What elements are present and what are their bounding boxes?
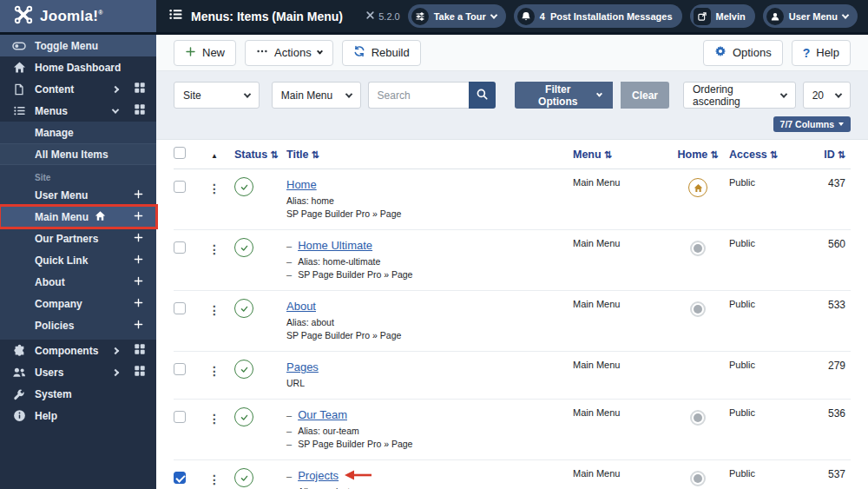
user-account-button[interactable]: Melvin (690, 4, 755, 28)
item-access-cell: Public (729, 177, 806, 188)
drag-handle-icon[interactable]: ⋮ (208, 303, 220, 317)
table-row: ⋮ About Alias: aboutSP Page Builder Pro … (174, 291, 851, 352)
sidebar-all-menu-items[interactable]: All Menu Items (0, 143, 156, 165)
brand-name: Joomla! (40, 8, 103, 25)
drag-handle-icon[interactable]: ⋮ (208, 242, 220, 256)
sidebar-menu-main-menu[interactable]: Main Menu (0, 206, 156, 228)
post-installation-messages-button[interactable]: 4 Post Installation Messages (514, 4, 682, 28)
item-title-link[interactable]: Our Team (298, 407, 347, 423)
drag-handle-icon[interactable]: ⋮ (208, 182, 220, 195)
id-column-header[interactable]: ID (806, 149, 851, 161)
chevron-down-icon (596, 91, 602, 97)
sidebar-menu-user-menu[interactable]: User Menu (0, 184, 156, 206)
status-published-icon[interactable] (234, 177, 253, 196)
limit-select[interactable]: 20 (803, 82, 851, 109)
home-unset-icon[interactable] (690, 471, 706, 486)
status-published-icon[interactable] (234, 468, 253, 487)
user-icon (766, 8, 784, 25)
joomla-logo[interactable]: Joomla! (0, 0, 156, 32)
row-checkbox[interactable] (174, 181, 186, 193)
options-button[interactable]: Options (703, 40, 783, 66)
sidebar-content[interactable]: Content (0, 78, 156, 100)
new-button[interactable]: New (174, 40, 236, 66)
sidebar-users[interactable]: Users (0, 361, 156, 383)
item-subline: SP Page Builder Pro » Page (286, 329, 573, 342)
filter-options-button[interactable]: Filter Options (515, 82, 613, 109)
sidebar-menu-our-partners[interactable]: Our Partners (0, 228, 156, 249)
sidebar-menus[interactable]: Menus (0, 100, 156, 122)
drag-handle-icon[interactable]: ⋮ (208, 364, 220, 378)
sidebar-system[interactable]: System (0, 383, 156, 405)
search-input[interactable] (368, 82, 469, 109)
main-content: New Actions Rebuild Options (156, 35, 868, 489)
item-title-link[interactable]: Projects (298, 468, 339, 484)
sidebar-home-dashboard[interactable]: Home Dashboard (0, 56, 156, 78)
add-icon[interactable] (134, 211, 144, 223)
row-checkbox[interactable] (174, 302, 186, 314)
help-button[interactable]: Help (792, 40, 851, 66)
columns-button[interactable]: 7/7 Columns (773, 116, 851, 132)
access-column-header[interactable]: Access (729, 149, 806, 161)
row-checkbox[interactable] (174, 241, 186, 254)
item-title-link[interactable]: Home Ultimate (298, 238, 372, 254)
ellipsis-icon (256, 45, 268, 60)
home-default-icon[interactable] (688, 178, 707, 197)
menu-select[interactable]: Main Menu (272, 82, 361, 109)
sidebar-menu-company[interactable]: Company (0, 293, 156, 314)
row-checkbox[interactable] (174, 472, 186, 484)
item-sublines: Alias: home-ultimateSP Page Builder Pro … (286, 255, 573, 281)
row-checkbox[interactable] (174, 411, 186, 423)
home-unset-icon[interactable] (690, 241, 706, 256)
item-menu-cell: Main Menu (573, 468, 667, 479)
add-icon[interactable] (134, 320, 144, 332)
dashboard-grid-icon[interactable] (134, 343, 146, 358)
title-column-header[interactable]: Title (271, 149, 573, 161)
item-title-link[interactable]: Pages (286, 360, 319, 375)
add-icon[interactable] (134, 233, 144, 245)
status-published-icon[interactable] (234, 360, 253, 379)
sidebar-menu-policies[interactable]: Policies (0, 314, 156, 336)
default-home-icon (95, 210, 106, 224)
version-label: 5.2.0 (365, 10, 399, 22)
clear-button[interactable]: Clear (621, 82, 669, 109)
dashboard-grid-icon[interactable] (134, 365, 146, 380)
chevron-down-icon (112, 106, 119, 113)
row-checkbox[interactable] (174, 363, 186, 375)
add-icon[interactable] (134, 254, 144, 267)
add-icon[interactable] (134, 276, 144, 288)
actions-button[interactable]: Actions (245, 40, 333, 66)
sidebar-components[interactable]: Components (0, 340, 156, 361)
toggle-icon (12, 39, 26, 53)
ordering-select[interactable]: Ordering ascending (683, 82, 796, 109)
drag-handle-icon[interactable]: ⋮ (208, 412, 220, 426)
ordering-column-header[interactable] (200, 149, 229, 161)
home-column-header[interactable]: Home (667, 149, 729, 161)
item-title-line: Projects (286, 468, 573, 484)
search-button[interactable] (469, 82, 496, 109)
item-id-cell: 533 (806, 299, 851, 311)
sidebar-manage[interactable]: Manage (0, 122, 156, 143)
status-published-icon[interactable] (234, 238, 253, 257)
user-menu-button[interactable]: User Menu (763, 4, 858, 28)
item-title-link[interactable]: Home (286, 177, 317, 193)
dashboard-grid-icon[interactable] (134, 82, 146, 96)
status-published-icon[interactable] (234, 407, 253, 426)
item-title-link[interactable]: About (286, 299, 316, 314)
rebuild-button[interactable]: Rebuild (342, 40, 421, 66)
take-a-tour-button[interactable]: Take a Tour (408, 4, 506, 28)
add-icon[interactable] (134, 298, 144, 310)
sidebar-toggle-menu[interactable]: Toggle Menu (0, 35, 156, 56)
home-unset-icon[interactable] (690, 410, 706, 426)
site-select[interactable]: Site (174, 82, 260, 109)
add-icon[interactable] (134, 189, 144, 202)
dashboard-grid-icon[interactable] (134, 103, 146, 118)
status-column-header[interactable]: Status (229, 149, 271, 161)
sidebar-menu-about[interactable]: About (0, 271, 156, 293)
select-all-checkbox[interactable] (174, 147, 186, 159)
sidebar-menu-quick-link[interactable]: Quick Link (0, 249, 156, 271)
drag-handle-icon[interactable]: ⋮ (208, 472, 220, 486)
home-unset-icon[interactable] (690, 301, 706, 317)
sidebar-help[interactable]: Help (0, 405, 156, 426)
status-published-icon[interactable] (234, 299, 253, 318)
menu-column-header[interactable]: Menu (573, 149, 667, 161)
